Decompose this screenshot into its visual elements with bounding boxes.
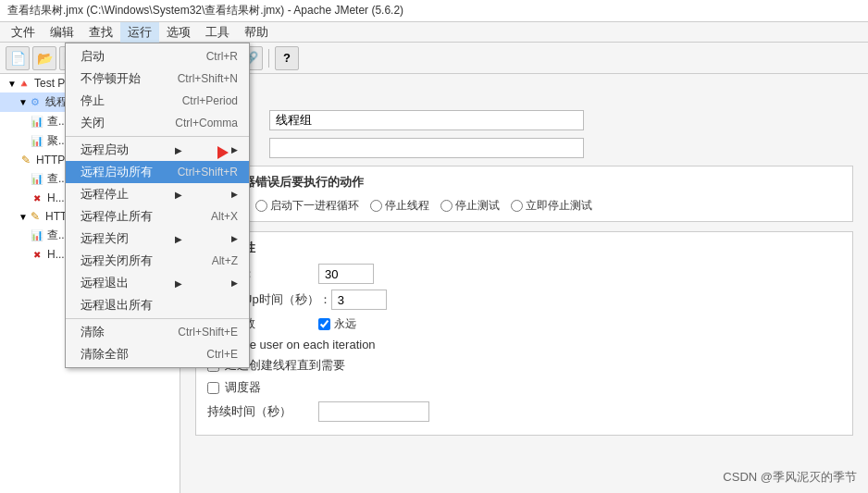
clear-all-label: 清除全部 bbox=[81, 346, 129, 363]
run-no-pause-label: 不停顿开始 bbox=[81, 70, 141, 87]
dropdown-overlay[interactable]: 启动 Ctrl+R 不停顿开始 Ctrl+Shift+N 停止 Ctrl+Per… bbox=[0, 0, 868, 493]
remote-stop-arrow: ▶ bbox=[175, 190, 182, 200]
menu-run-no-pause[interactable]: 不停顿开始 Ctrl+Shift+N bbox=[66, 68, 249, 90]
menu-clear-all[interactable]: 清除全部 Ctrl+E bbox=[66, 343, 249, 365]
menu-remote-exit[interactable]: 远程退出 ▶ bbox=[66, 272, 249, 294]
clear-all-shortcut: Ctrl+E bbox=[206, 348, 238, 361]
remote-stop-all-label: 远程停止所有 bbox=[81, 208, 153, 225]
run-start-label: 启动 bbox=[81, 48, 105, 65]
run-stop-shortcut: Ctrl+Period bbox=[182, 94, 238, 107]
menu-remote-close-all[interactable]: 远程关闭所有 Alt+Z bbox=[66, 250, 249, 272]
remote-exit-arrow: ▶ bbox=[175, 278, 182, 289]
menu-remote-exit-all[interactable]: 远程退出所有 bbox=[66, 294, 249, 316]
clear-shortcut: Ctrl+Shift+E bbox=[178, 326, 238, 339]
dropdown-sep-1 bbox=[66, 136, 249, 137]
remote-start-arrow: ▶ bbox=[175, 145, 182, 155]
run-no-pause-shortcut: Ctrl+Shift+N bbox=[178, 72, 238, 85]
remote-close-label: 远程关闭 bbox=[81, 230, 129, 247]
run-stop-label: 停止 bbox=[81, 92, 105, 109]
menu-run-stop[interactable]: 停止 Ctrl+Period bbox=[66, 90, 249, 112]
run-menu: 启动 Ctrl+R 不停顿开始 Ctrl+Shift+N 停止 Ctrl+Per… bbox=[65, 43, 250, 368]
menu-clear[interactable]: 清除 Ctrl+Shift+E bbox=[66, 321, 249, 343]
remote-stop-label: 远程停止 bbox=[81, 186, 129, 203]
remote-start-all-label: 远程启动所有 bbox=[81, 164, 153, 180]
menu-run-close[interactable]: 关闭 Ctrl+Comma bbox=[66, 112, 249, 134]
dropdown-sep-2 bbox=[66, 318, 249, 319]
run-close-label: 关闭 bbox=[81, 115, 105, 131]
remote-exit-all-label: 远程退出所有 bbox=[81, 297, 153, 314]
remote-close-all-shortcut: Alt+Z bbox=[212, 254, 238, 267]
menu-remote-close[interactable]: 远程关闭 ▶ bbox=[66, 228, 249, 250]
run-start-shortcut: Ctrl+R bbox=[206, 50, 238, 63]
remote-close-all-label: 远程关闭所有 bbox=[81, 253, 153, 269]
menu-remote-start-all[interactable]: 远程启动所有 Ctrl+Shift+R bbox=[66, 161, 249, 183]
run-close-shortcut: Ctrl+Comma bbox=[175, 117, 238, 129]
menu-run-start[interactable]: 启动 Ctrl+R bbox=[66, 45, 249, 68]
remote-close-arrow: ▶ bbox=[175, 234, 182, 244]
menu-remote-stop[interactable]: 远程停止 ▶ bbox=[66, 183, 249, 205]
remote-stop-all-shortcut: Alt+X bbox=[211, 210, 238, 223]
remote-start-label: 远程启动 bbox=[81, 142, 129, 158]
menu-remote-stop-all[interactable]: 远程停止所有 Alt+X bbox=[66, 205, 249, 228]
cursor-arrow bbox=[217, 146, 229, 159]
remote-start-all-shortcut: Ctrl+Shift+R bbox=[178, 166, 238, 179]
remote-exit-label: 远程退出 bbox=[81, 275, 129, 291]
clear-label: 清除 bbox=[81, 324, 105, 340]
